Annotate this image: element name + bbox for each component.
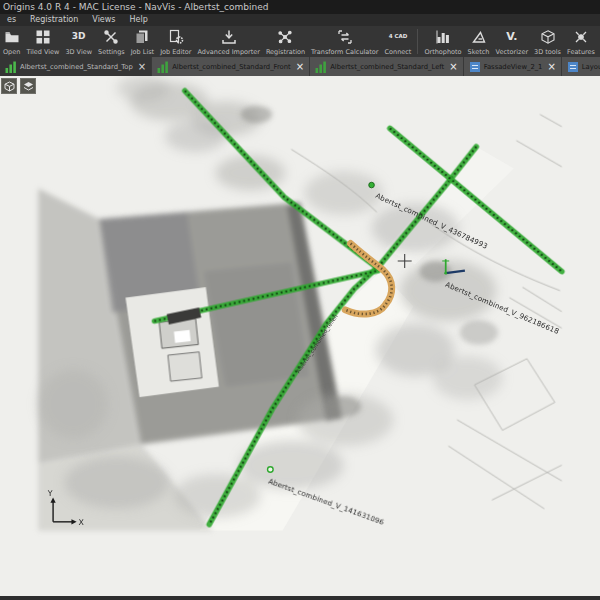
scan-point-marker[interactable] — [268, 467, 274, 473]
registration-button[interactable]: Registration — [263, 26, 308, 57]
close-icon[interactable]: × — [449, 62, 457, 72]
toolbar-label: Connect — [385, 48, 412, 56]
view-tabbar: Albertst_combined_Standard_Top × Alberts… — [0, 57, 600, 76]
toolbar-label: Orthophoto — [424, 48, 461, 56]
menu-help[interactable]: Help — [123, 14, 155, 26]
3d-view-button[interactable]: 3D 3D View — [62, 26, 95, 57]
layers-icon — [23, 81, 34, 92]
settings-button[interactable]: Settings — [95, 26, 128, 57]
toolbar-separator — [417, 29, 418, 54]
layout-icon — [469, 61, 481, 73]
import-icon — [221, 28, 237, 45]
tab-fassadeview[interactable]: FassadeView_2_1 × — [464, 57, 562, 76]
window-titlebar: Origins 4.0 R 4 - MAC License - NavVis -… — [0, 0, 600, 14]
toolbar-label: 3D View — [65, 48, 92, 56]
toolbar-label: Settings — [98, 48, 125, 56]
close-icon[interactable]: × — [296, 62, 304, 72]
courtyard — [126, 287, 219, 397]
folder-icon — [4, 28, 20, 45]
toolbar-label: Features — [567, 48, 595, 56]
tab-standard-top[interactable]: Albertst_combined_Standard_Top × — [0, 57, 152, 76]
layers-button[interactable] — [20, 78, 36, 94]
tab-label: FassadeView_2_1 — [484, 63, 543, 71]
viewport-toolbar — [1, 78, 36, 94]
documents-icon — [134, 28, 150, 45]
tiled-view-button[interactable]: Tiled View — [23, 26, 62, 57]
close-icon[interactable]: × — [138, 62, 146, 72]
tab-layout-3[interactable]: Layout_3 × — [562, 57, 600, 76]
cube-icon — [4, 81, 15, 92]
map-viewport[interactable]: Abertst_combined_V_436784993 Abertst_com… — [0, 76, 600, 596]
ortho-chart-icon — [315, 61, 327, 73]
menu-files[interactable]: es — [0, 14, 23, 26]
window-bottom-edge — [0, 596, 600, 600]
document-gear-icon — [168, 28, 184, 45]
swap-arrows-icon — [337, 28, 353, 45]
close-icon[interactable]: × — [547, 62, 555, 72]
tab-label: Albertst_combined_Standard_Top — [20, 63, 133, 71]
transform-calculator-button[interactable]: Transform Calculator — [308, 26, 381, 57]
triangle-icon — [471, 28, 487, 45]
vectorizer-icon: V. — [506, 28, 517, 45]
ortho-chart-icon — [157, 61, 169, 73]
toolbar-label: 3D tools — [534, 48, 561, 56]
toolbar-label: Transform Calculator — [311, 48, 378, 56]
tab-label: Layout_3 — [582, 63, 600, 71]
toolbar-label: Sketch — [468, 48, 490, 56]
open-button[interactable]: Open — [0, 26, 23, 57]
orthophoto-button[interactable]: Orthophoto — [421, 26, 464, 57]
toolbar-label: Open — [3, 48, 20, 56]
layout-icon — [567, 61, 579, 73]
tab-standard-front[interactable]: Albertst_combined_Standard_Front × — [152, 57, 310, 76]
axis-x-label: X — [78, 518, 84, 527]
3d-tools-button[interactable]: 3D tools — [531, 26, 564, 57]
vectorizer-button[interactable]: V. Vectorizer — [492, 26, 531, 57]
menu-registration[interactable]: Registration — [23, 14, 85, 26]
sketch-button[interactable]: Sketch — [465, 26, 493, 57]
network-icon — [277, 28, 293, 45]
connect-button[interactable]: 4 CAD Connect — [382, 26, 415, 57]
menu-bar: es Registration Views Help — [0, 14, 600, 26]
cube-icon — [540, 28, 556, 45]
axis-y-label: Y — [47, 489, 53, 498]
job-editor-button[interactable]: Job Editor — [157, 26, 194, 57]
chart-icon — [435, 28, 451, 45]
menu-views[interactable]: Views — [85, 14, 122, 26]
toolbar-label: Advanced Importer — [197, 48, 259, 56]
ortho-chart-icon — [5, 61, 17, 73]
toolbar-label: Job List — [131, 48, 154, 56]
tab-standard-left[interactable]: Albertst_combined_Standard_Left × — [310, 57, 464, 76]
toolbar-label: Tiled View — [26, 48, 59, 56]
features-button[interactable]: Features — [564, 26, 598, 57]
window-title: Origins 4.0 R 4 - MAC License - NavVis -… — [3, 2, 268, 12]
grid-icon — [35, 28, 51, 45]
toolbar-label: Vectorizer — [495, 48, 528, 56]
tools-icon — [103, 28, 119, 45]
toolbar-label: Registration — [266, 48, 305, 56]
main-toolbar: Open Tiled View 3D 3D View Settings Job … — [0, 26, 600, 57]
tab-label: Albertst_combined_Standard_Front — [172, 63, 291, 71]
pointcloud-canvas[interactable]: Abertst_combined_V_436784993 Abertst_com… — [0, 76, 600, 596]
view-cube-button[interactable] — [1, 78, 17, 94]
scan-point-marker[interactable] — [369, 182, 375, 188]
tab-label: Albertst_combined_Standard_Left — [330, 63, 444, 71]
3d-view-icon: 3D — [72, 28, 86, 45]
advanced-importer-button[interactable]: Advanced Importer — [194, 26, 262, 57]
toolbar-label: Job Editor — [160, 48, 191, 56]
feature-point-icon — [573, 28, 589, 45]
job-list-button[interactable]: Job List — [128, 26, 157, 57]
cad-connect-icon: 4 CAD — [389, 28, 408, 45]
